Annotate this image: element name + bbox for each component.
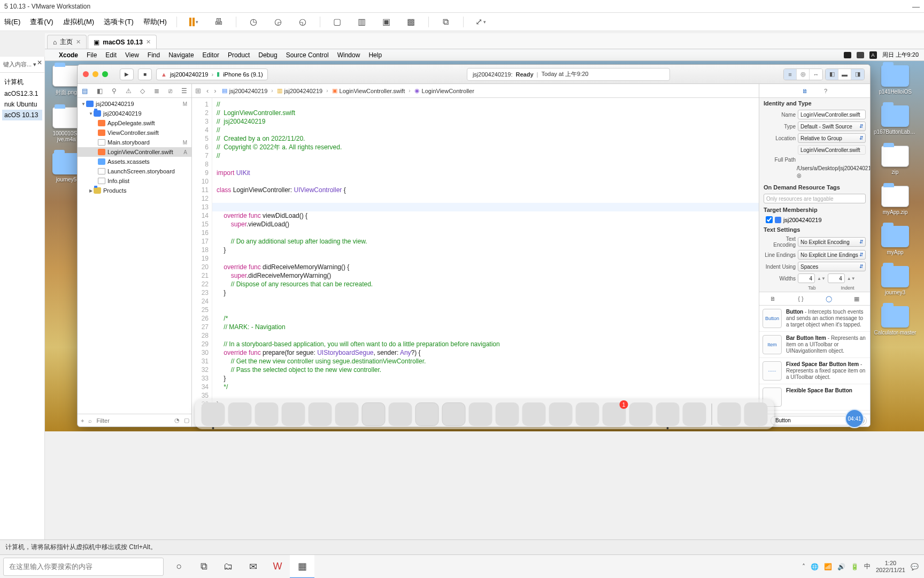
dock-calendar[interactable] <box>362 402 386 426</box>
tray-volume-icon[interactable]: 🔊 <box>837 563 845 571</box>
library-item[interactable]: ······Fixed Space Bar Button Item - Repr… <box>759 358 870 384</box>
display-icon[interactable] <box>844 52 851 58</box>
tray-network-icon[interactable]: 🌐 <box>811 563 819 571</box>
related-items-button[interactable]: ⊞ <box>195 87 201 95</box>
dock-facetime[interactable] <box>522 402 546 426</box>
test-nav-icon[interactable]: ◇ <box>140 87 145 95</box>
host-tree-vm-3[interactable]: acOS 10.13 <box>2 110 42 120</box>
nav-file[interactable]: AppDelegate.swift <box>78 118 191 128</box>
dock-mail[interactable] <box>309 402 332 426</box>
recent-filter-button[interactable]: ◔ <box>174 417 180 424</box>
dock-messages[interactable] <box>496 402 519 426</box>
scm-filter-button[interactable]: ▢ <box>184 417 189 424</box>
mac-menu-debug[interactable]: Debug <box>258 51 277 59</box>
code-content[interactable]: // // LoginViewController.swift // jsj20… <box>212 98 759 427</box>
desktop-icon[interactable]: p141HelloiOS <box>874 65 917 95</box>
tab-width-field[interactable]: 4 <box>798 273 815 283</box>
close-library-button[interactable]: ✕ <box>37 59 42 66</box>
mac-menu-file[interactable]: File <box>87 51 97 59</box>
view-single-button[interactable]: ▢ <box>330 14 345 29</box>
enter-fullscreen-button[interactable]: ⧉ <box>438 14 453 29</box>
snapshot-revert-button[interactable]: ◶ <box>271 14 286 29</box>
close-window-button[interactable] <box>83 71 89 77</box>
library-item[interactable]: ItemBar Button Item - Represents an item… <box>759 332 870 358</box>
jump-bar[interactable]: ⊞ ‹ › ▤ jsj2004240219› ▥ jsj2004240219› … <box>192 84 759 98</box>
tray-notifications-icon[interactable]: 💬 <box>911 563 919 571</box>
zoom-window-button[interactable] <box>102 71 108 77</box>
host-menu-view[interactable]: 查看(V) <box>30 17 53 27</box>
dock-simulator[interactable] <box>683 402 706 426</box>
nav-file[interactable]: LaunchScreen.storyboard <box>78 166 191 176</box>
view-unity-button[interactable]: ▣ <box>379 14 394 29</box>
nav-file[interactable]: Info.plist <box>78 176 191 186</box>
input-source-icon[interactable]: A <box>869 51 877 59</box>
show-inspector-button[interactable]: ◨ <box>851 69 864 80</box>
desktop-icon[interactable]: p167ButtonLabelSample <box>874 105 917 135</box>
source-editor[interactable]: 1234567891011121314151617181920212223242… <box>192 98 759 427</box>
issue-nav-icon[interactable]: ⚠ <box>126 87 132 95</box>
object-library-list[interactable]: ButtonButton - Intercepts touch events a… <box>759 306 870 414</box>
report-nav-icon[interactable]: ☰ <box>181 87 187 95</box>
find-nav-icon[interactable]: ⚲ <box>112 87 117 95</box>
tray-battery-icon[interactable]: 🔋 <box>851 563 859 571</box>
navigator-filter-input[interactable] <box>96 417 170 424</box>
close-tab-button[interactable]: ✕ <box>76 39 81 45</box>
code-snippets-icon[interactable]: { } <box>798 295 803 302</box>
file-inspector-icon[interactable]: 🗎 <box>802 88 808 94</box>
indent-using-select[interactable]: Spaces <box>798 262 866 271</box>
crumb-group[interactable]: jsj2004240219 <box>284 88 323 94</box>
dock-launchpad[interactable] <box>255 402 279 426</box>
text-encoding-select[interactable]: No Explicit Encoding <box>798 237 866 247</box>
task-mail-button[interactable]: ✉ <box>241 555 265 579</box>
panel-visibility-segment[interactable]: ◧ ▬ ◨ <box>825 69 865 80</box>
file-name-field[interactable]: LoginViewController.swift <box>798 110 866 119</box>
dock-ibooks[interactable] <box>576 402 599 426</box>
taskbar-clock[interactable]: 1:20 2022/11/21 <box>876 560 905 574</box>
view-console-button[interactable]: ▩ <box>404 14 419 29</box>
dock-notes[interactable] <box>389 402 412 426</box>
version-editor-button[interactable]: ↔ <box>810 69 822 80</box>
line-endings-select[interactable]: No Explicit Line Endings <box>798 250 866 260</box>
indent-width-field[interactable]: 4 <box>828 273 845 283</box>
mac-menu-app[interactable]: Xcode <box>59 51 78 59</box>
media-library-icon[interactable]: ▦ <box>854 295 859 302</box>
nav-file[interactable]: ViewController.swift <box>78 128 191 138</box>
back-button[interactable]: ‹ <box>206 87 209 95</box>
task-view-button[interactable]: ⧉ <box>191 555 216 579</box>
tray-chevron-icon[interactable]: ˄ <box>802 563 805 571</box>
close-tab-button[interactable]: ✕ <box>146 39 151 45</box>
mac-menu-view[interactable]: View <box>125 51 139 59</box>
nav-products[interactable]: ▶ Products <box>78 186 191 195</box>
screen-mirror-icon[interactable] <box>857 52 864 58</box>
view-split-button[interactable]: ▥ <box>355 14 369 29</box>
crumb-symbol[interactable]: LoginViewController <box>422 88 474 94</box>
show-debug-button[interactable]: ▬ <box>838 69 851 80</box>
desktop-icon[interactable]: journey3 <box>874 266 917 295</box>
task-wps-button[interactable]: W <box>265 555 290 579</box>
navigator-tree[interactable]: ▼ jsj2004240219 M ▼ jsj2004240219 AppDel… <box>78 98 191 414</box>
stop-button[interactable]: ■ <box>138 69 152 80</box>
forward-button[interactable]: › <box>214 87 216 95</box>
crumb-project[interactable]: jsj2004240219 <box>229 88 268 94</box>
nav-file[interactable]: LoginViewController.swiftA <box>78 147 191 157</box>
task-vmware-button[interactable]: ▦ <box>290 555 314 579</box>
dock-safari[interactable] <box>282 402 305 426</box>
show-navigator-button[interactable]: ◧ <box>826 69 838 80</box>
desktop-icon[interactable]: zip <box>874 146 917 175</box>
add-button[interactable]: + <box>81 417 84 424</box>
object-library-icon[interactable]: ◯ <box>826 295 832 302</box>
nav-group[interactable]: ▼ jsj2004240219 <box>78 109 191 118</box>
dock-siri[interactable] <box>228 402 252 426</box>
debug-nav-icon[interactable]: ≣ <box>154 87 159 95</box>
mac-menu-find[interactable]: Find <box>148 51 160 59</box>
task-cortana-button[interactable]: ○ <box>167 555 191 579</box>
target-membership-row[interactable]: jsj2004240219 <box>759 215 870 224</box>
breakpoint-nav-icon[interactable]: ⎚ <box>168 87 172 95</box>
dock-maps[interactable] <box>442 402 466 426</box>
tray-ime[interactable]: 中 <box>864 562 871 571</box>
target-checkbox[interactable] <box>766 216 773 223</box>
snapshot-manager-button[interactable]: ◵ <box>295 14 310 29</box>
editor-mode-segment[interactable]: ≡ ◎ ↔ <box>783 69 823 80</box>
nav-file[interactable]: Main.storyboardM <box>78 138 191 147</box>
file-templates-icon[interactable]: 🗎 <box>770 295 776 302</box>
